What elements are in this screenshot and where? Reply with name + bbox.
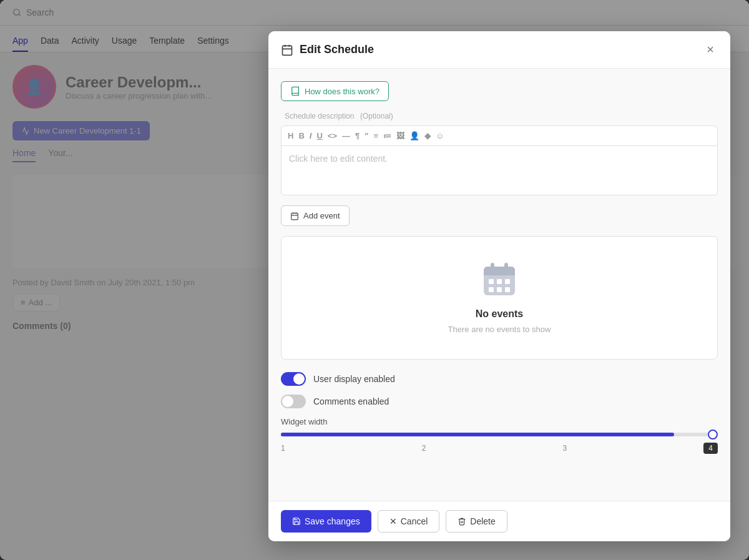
- trash-icon: [458, 517, 466, 526]
- svg-rect-17: [505, 287, 510, 292]
- svg-rect-5: [291, 213, 298, 220]
- toolbar-emoji[interactable]: ☺: [436, 131, 444, 140]
- close-button[interactable]: ×: [703, 41, 718, 58]
- edit-schedule-modal: Edit Schedule × How does this work? Sche…: [268, 31, 730, 541]
- toolbar-ol[interactable]: ≔: [383, 131, 391, 140]
- events-box: No events There are no events to show: [281, 236, 718, 360]
- svg-rect-12: [489, 279, 494, 284]
- toolbar-i[interactable]: I: [310, 131, 312, 140]
- add-event-button[interactable]: Add event: [281, 205, 350, 226]
- toolbar-code[interactable]: <>: [328, 131, 337, 140]
- slider-thumb[interactable]: [708, 430, 718, 440]
- calendar-icon: [281, 44, 293, 56]
- slider-track[interactable]: [281, 433, 718, 436]
- toolbar-b[interactable]: B: [298, 131, 304, 140]
- no-events-title: No events: [294, 308, 705, 320]
- delete-button[interactable]: Delete: [446, 510, 507, 533]
- toolbar-image[interactable]: 🖼: [396, 131, 404, 140]
- toolbar-dash[interactable]: —: [342, 131, 350, 140]
- toolbar-quote[interactable]: ": [365, 131, 368, 140]
- svg-rect-15: [489, 287, 494, 292]
- svg-rect-11: [484, 272, 515, 275]
- slider-container: 1 2 3 4: [281, 433, 718, 454]
- add-event-calendar-icon: [290, 212, 299, 220]
- slider-tick-2: 2: [422, 444, 426, 453]
- slider-tick-1: 1: [281, 444, 285, 453]
- user-display-label: User display enabled: [313, 374, 395, 384]
- svg-rect-14: [505, 279, 510, 284]
- slider-tick-4: 4: [703, 443, 718, 454]
- cancel-x-icon: ✕: [389, 516, 397, 526]
- toolbar-ul[interactable]: ≡: [373, 131, 378, 140]
- user-display-row: User display enabled: [281, 372, 718, 386]
- svg-rect-18: [491, 263, 494, 270]
- svg-rect-19: [504, 263, 508, 270]
- comments-row: Comments enabled: [281, 395, 718, 408]
- slider-fill: [281, 433, 674, 436]
- slider-labels: 1 2 3 4: [281, 443, 718, 454]
- slider-tick-3: 3: [563, 444, 567, 453]
- modal-body: How does this work? Schedule description…: [268, 69, 730, 501]
- widget-width-label: Widget width: [281, 417, 718, 426]
- comments-label: Comments enabled: [313, 396, 389, 406]
- toolbar-para[interactable]: ¶: [355, 131, 360, 140]
- book-icon: [290, 86, 300, 96]
- modal-title: Edit Schedule: [281, 43, 374, 56]
- toolbar-user[interactable]: 👤: [409, 131, 419, 140]
- svg-rect-13: [497, 279, 502, 284]
- no-events-icon: [481, 262, 518, 299]
- how-does-this-work-button[interactable]: How does this work?: [281, 81, 389, 101]
- editor-area[interactable]: Click here to edit content.: [281, 145, 718, 195]
- toolbar-u[interactable]: U: [316, 131, 322, 140]
- comments-toggle[interactable]: [281, 395, 306, 408]
- modal-header: Edit Schedule ×: [268, 31, 730, 69]
- modal-footer: Save changes ✕ Cancel Delete: [268, 501, 730, 541]
- save-icon: [292, 517, 301, 526]
- save-button[interactable]: Save changes: [281, 510, 371, 533]
- cancel-button[interactable]: ✕ Cancel: [378, 510, 440, 533]
- toolbar-drop[interactable]: ◆: [424, 131, 431, 140]
- schedule-description-label: Schedule description (Optional): [281, 111, 718, 120]
- user-display-toggle[interactable]: [281, 372, 306, 386]
- toolbar-h[interactable]: H: [288, 131, 293, 140]
- editor-toolbar: H B I U <> — ¶ " ≡ ≔ 🖼 👤 ◆ ☺: [281, 125, 718, 145]
- no-events-sub: There are no events to show: [294, 325, 705, 334]
- svg-rect-16: [497, 287, 502, 292]
- svg-rect-1: [283, 46, 292, 55]
